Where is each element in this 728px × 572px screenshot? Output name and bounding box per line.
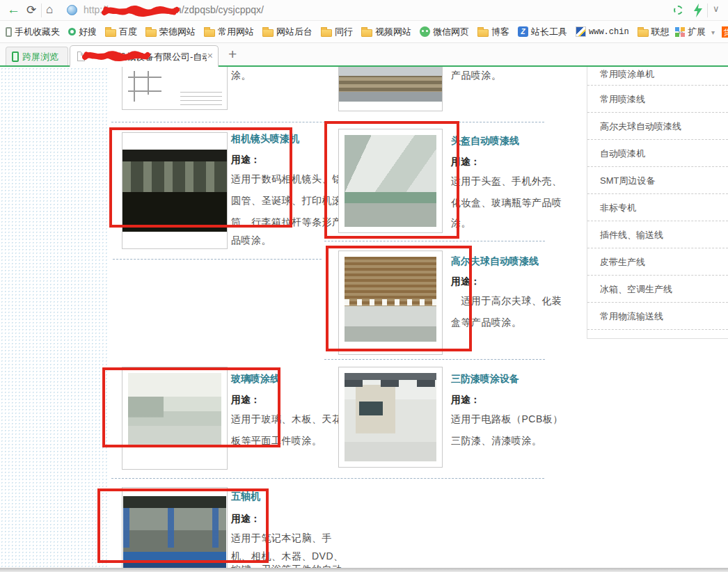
- grid-square: [675, 27, 679, 31]
- cross-screen-label: 跨屏浏览: [22, 51, 58, 63]
- product-image-frame: [122, 67, 228, 110]
- product-description-line: 适用于电路板（PCB板）: [451, 413, 563, 426]
- sidebar-item-golf-ball-lines[interactable]: 高尔夫球自动喷漆线: [587, 113, 728, 140]
- bookmark-folder-video-sites[interactable]: 视频网站: [361, 26, 411, 38]
- pcb-coating-photo[interactable]: [345, 373, 436, 461]
- sidebar-item-smt-peripherals[interactable]: SMT周边设备: [587, 167, 728, 194]
- product-description-line: 适用于头盔、手机外壳、: [451, 175, 562, 188]
- bookmark-label: 荣德网站: [159, 26, 196, 38]
- red-annotation-box: [97, 488, 269, 563]
- bookmark-label: 站长工具: [531, 26, 567, 38]
- red-annotation-box: [326, 246, 472, 351]
- back-icon[interactable]: ←: [7, 2, 20, 17]
- extensions-dropdown-arrow[interactable]: ▾: [711, 29, 715, 36]
- sidebar-item-auto-paint-machines[interactable]: 自动喷漆机: [587, 140, 728, 167]
- url-path: m/zdpqsb/cysjcppqx/: [173, 4, 264, 15]
- product-title-link[interactable]: 头盔自动喷漆线: [451, 135, 519, 148]
- category-sidebar: 常用喷涂单机 常用喷漆线 高尔夫球自动喷漆线 自动喷漆机 SMT周边设备 非标专…: [587, 67, 728, 339]
- bookmark-www-chin[interactable]: www.chin: [576, 26, 629, 37]
- new-tab-button[interactable]: +: [228, 46, 237, 63]
- bookmarks-bar: 手机收藏夹 好搜 百度 荣德网站 常用网站 网站后台 同行 视频网站 微信网页 …: [0, 21, 728, 43]
- bookmark-haosou[interactable]: 好搜: [68, 26, 97, 38]
- bookmark-label: 视频网站: [375, 26, 411, 38]
- bookmark-label: www.chin: [589, 27, 629, 37]
- sidebar-item-spray-single-machines[interactable]: 常用喷涂单机: [587, 67, 728, 86]
- red-annotation-box: [109, 127, 292, 228]
- extensions-grid-icon[interactable]: [675, 27, 685, 37]
- wechat-icon: [420, 26, 430, 37]
- sidebar-item-fridge-ac-lines[interactable]: 冰箱、空调生产线: [587, 276, 728, 303]
- row-separator: [113, 259, 322, 260]
- promo-badge[interactable]: 货: [722, 26, 728, 38]
- sidebar-item-custom-machines[interactable]: 非标专机: [587, 194, 728, 221]
- product-title-link[interactable]: 三防漆喷涂设备: [451, 373, 519, 386]
- bookmark-folder-common-sites[interactable]: 常用网站: [204, 26, 254, 38]
- bookmark-folder-rongde[interactable]: 荣德网站: [145, 26, 196, 38]
- sidebar-item-paint-lines[interactable]: 常用喷漆线: [587, 86, 728, 113]
- sidebar-item-belt-production-lines[interactable]: 皮带生产线: [587, 248, 728, 276]
- window-bottom-edge: [0, 568, 728, 572]
- partial-description: 产品喷涂。: [451, 70, 502, 82]
- chevron-down-icon[interactable]: ∨: [713, 3, 720, 14]
- capture-icon[interactable]: [674, 6, 683, 15]
- folder-icon: [262, 29, 274, 37]
- folder-icon: [477, 29, 489, 37]
- product-description-line: 品喷涂。: [231, 235, 271, 247]
- bookmark-label: 微信网页: [433, 26, 469, 38]
- phone-cast-icon: [12, 51, 19, 62]
- site-globe-icon[interactable]: [67, 5, 77, 15]
- cross-screen-browse-button[interactable]: 跨屏浏览: [6, 47, 68, 66]
- bookmark-folder-baidu[interactable]: 百度: [105, 26, 137, 38]
- usage-label: 用途：: [451, 394, 480, 406]
- sidebar-item-insert-conveyor-lines[interactable]: 插件线、输送线: [587, 221, 728, 248]
- folder-icon: [638, 29, 649, 37]
- extensions-label[interactable]: 扩展: [688, 26, 706, 38]
- refresh-icon[interactable]: ⟳: [26, 3, 36, 17]
- speed-mode-icon[interactable]: [693, 3, 703, 17]
- bookmark-phone-favorites[interactable]: 手机收藏夹: [6, 26, 60, 38]
- site-favicon: [576, 26, 586, 37]
- tab-title-redaction-scribble: [82, 49, 150, 63]
- bookmark-label: 博客: [491, 26, 509, 38]
- technical-drawing-image[interactable]: [122, 67, 227, 109]
- toolbar-divider: [707, 3, 708, 17]
- folder-icon: [321, 29, 332, 37]
- partial-description: 涂。: [231, 70, 251, 82]
- row-separator: [324, 241, 545, 241]
- bookmark-label: 网站后台: [276, 26, 312, 38]
- folder-icon: [145, 29, 157, 37]
- bookmark-label: 手机收藏夹: [15, 26, 60, 38]
- red-annotation-box: [102, 367, 280, 447]
- bookmark-label: 常用网站: [218, 26, 254, 38]
- home-icon[interactable]: ⌂: [46, 3, 53, 17]
- product-image-frame: [338, 367, 443, 468]
- grid-square: [675, 33, 679, 37]
- red-annotation-box: [324, 121, 459, 239]
- bookmark-folder-blog[interactable]: 博客: [477, 26, 509, 38]
- page-left-margin-pattern: [0, 67, 107, 568]
- row-separator: [111, 478, 544, 479]
- more-dots-icon[interactable]: ⋮: [658, 27, 667, 38]
- bookmark-wechat-web[interactable]: 微信网页: [420, 26, 469, 38]
- bookmark-label: 好搜: [79, 26, 97, 38]
- bookmark-folder-peers[interactable]: 同行: [321, 26, 353, 38]
- bookmark-folder-site-admin[interactable]: 网站后台: [262, 26, 312, 38]
- folder-icon: [105, 29, 116, 37]
- webmaster-tools-icon: Z: [518, 26, 528, 37]
- toolbar-divider: [41, 3, 42, 17]
- equipment-photo[interactable]: [339, 67, 442, 102]
- bookmark-webmaster-tools[interactable]: Z站长工具: [518, 26, 567, 38]
- bookmarks-right-cluster: ⋮ 扩展 ▾ 货: [658, 21, 728, 43]
- product-image-frame: [338, 67, 443, 111]
- bookmark-label: 同行: [335, 26, 353, 38]
- bookmark-label: 百度: [119, 26, 137, 38]
- phone-icon: [6, 27, 12, 37]
- row-separator: [324, 359, 545, 360]
- product-description-line: 三防漆、清漆喷涂。: [451, 435, 542, 447]
- haosou-ring-icon: [68, 28, 76, 35]
- grid-square: [681, 33, 685, 37]
- folder-icon: [204, 29, 215, 37]
- sidebar-item-logistics-conveyor-lines[interactable]: 常用物流输送线: [587, 303, 728, 330]
- tab-close-icon[interactable]: ×: [207, 50, 213, 61]
- grid-square: [681, 27, 685, 31]
